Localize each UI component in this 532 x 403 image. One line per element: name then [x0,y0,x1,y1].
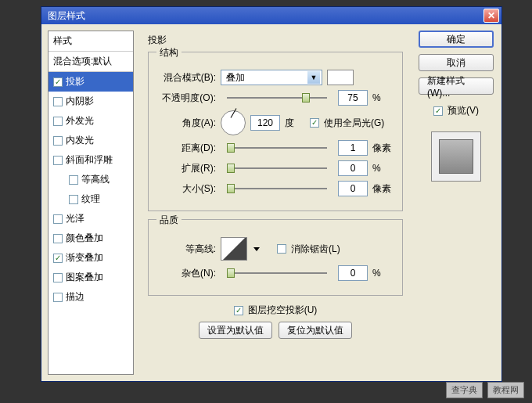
main-panel: 投影 结构 混合模式(B): 叠加 ▼ 不透明度(O): % [140,31,411,375]
quality-title: 品质 [156,214,182,227]
style-item[interactable]: 外发光 [49,111,133,131]
styles-header: 样式 [49,31,133,52]
titlebar[interactable]: 图层样式 ✕ [41,7,501,24]
distance-input[interactable] [338,140,368,156]
effect-title: 投影 [148,34,403,47]
chevron-down-icon: ▼ [307,71,320,84]
dialog-body: 样式 混合选项:默认 投影内阴影外发光内发光斜面和浮雕等高线纹理光泽颜色叠加渐变… [41,24,501,381]
style-label: 纹理 [81,193,100,206]
size-slider[interactable] [227,183,327,194]
style-item[interactable]: 渐变叠加 [49,248,133,268]
style-label: 斜面和浮雕 [66,153,113,167]
style-checkbox[interactable] [53,97,63,106]
style-checkbox[interactable] [53,77,63,87]
reset-default-button[interactable]: 复位为默认值 [279,322,352,339]
contour-picker[interactable] [221,237,247,261]
knockout-label: 图层挖空投影(U) [248,304,318,317]
style-item[interactable]: 内发光 [49,131,133,150]
contour-label: 等高线: [158,243,216,256]
style-item[interactable]: 颜色叠加 [49,228,133,248]
style-item[interactable]: 图案叠加 [49,268,133,287]
style-label: 内阴影 [66,95,94,108]
styles-list: 样式 混合选项:默认 投影内阴影外发光内发光斜面和浮雕等高线纹理光泽颜色叠加渐变… [48,31,134,375]
right-column: 确定 取消 新建样式(W)... 预览(V) [417,31,495,375]
style-label: 等高线 [81,173,110,186]
style-item[interactable]: 描边 [49,287,133,307]
opacity-input[interactable] [338,90,368,106]
style-checkbox[interactable] [53,136,63,146]
spread-label: 扩展(R): [158,162,216,175]
cancel-button[interactable]: 取消 [419,54,494,71]
preview-swatch [439,139,473,174]
size-label: 大小(S): [158,182,216,196]
antialias-label: 消除锯齿(L) [291,243,340,256]
preview-box [431,131,481,182]
knockout-checkbox[interactable] [234,306,243,315]
opacity-label: 不透明度(O): [158,92,216,105]
style-item[interactable]: 等高线 [49,170,133,189]
style-checkbox[interactable] [53,273,63,282]
style-checkbox[interactable] [53,293,63,302]
new-style-button[interactable]: 新建样式(W)... [419,77,494,95]
dialog-title: 图层样式 [48,9,85,23]
distance-slider[interactable] [227,142,327,153]
structure-group: 结构 混合模式(B): 叠加 ▼ 不透明度(O): % 角度(A) [148,52,403,211]
quality-group: 品质 等高线: 消除锯齿(L) 杂色(N): % [148,219,403,296]
close-button[interactable]: ✕ [483,9,499,23]
style-item[interactable]: 投影 [49,72,133,92]
style-label: 投影 [66,75,84,88]
color-swatch[interactable] [327,70,354,85]
style-checkbox[interactable] [53,156,63,165]
style-label: 光泽 [66,212,84,225]
preview-label: 预览(V) [448,104,479,117]
style-label: 外发光 [66,114,94,128]
blend-mode-select[interactable]: 叠加 ▼ [221,70,322,85]
style-checkbox[interactable] [69,195,78,204]
style-label: 颜色叠加 [66,232,103,245]
style-item[interactable]: 内阴影 [49,92,133,111]
watermark: 查字典 教程网 [446,382,524,398]
style-item[interactable]: 光泽 [49,209,133,228]
style-checkbox[interactable] [53,117,63,126]
angle-dial[interactable] [221,110,246,135]
spread-input[interactable] [338,160,368,176]
style-label: 渐变叠加 [66,251,103,264]
structure-title: 结构 [156,46,182,59]
noise-slider[interactable] [227,268,327,279]
preview-checkbox[interactable] [433,106,443,116]
global-light-checkbox[interactable] [310,118,319,128]
style-checkbox[interactable] [69,175,78,185]
set-default-button[interactable]: 设置为默认值 [199,322,272,339]
style-item[interactable]: 斜面和浮雕 [49,150,133,170]
style-checkbox[interactable] [53,254,63,263]
blend-mode-label: 混合模式(B): [158,71,216,85]
distance-label: 距离(D): [158,142,216,155]
style-item[interactable]: 纹理 [49,189,133,209]
size-input[interactable] [338,181,368,196]
angle-input[interactable] [250,115,280,131]
blend-options-item[interactable]: 混合选项:默认 [49,52,133,72]
antialias-checkbox[interactable] [277,244,286,254]
style-checkbox[interactable] [53,214,63,224]
angle-label: 角度(A): [158,117,216,130]
style-label: 描边 [66,290,84,304]
style-label: 图案叠加 [66,271,103,284]
ok-button[interactable]: 确定 [419,31,494,48]
layer-style-dialog: 图层样式 ✕ 样式 混合选项:默认 投影内阴影外发光内发光斜面和浮雕等高线纹理光… [41,6,502,382]
noise-label: 杂色(N): [158,267,216,280]
opacity-slider[interactable] [227,92,327,103]
chevron-down-icon[interactable] [253,247,260,251]
style-label: 内发光 [66,134,94,147]
global-light-label: 使用全局光(G) [324,117,384,130]
spread-slider[interactable] [227,163,327,174]
close-icon: ✕ [487,10,495,21]
style-checkbox[interactable] [53,234,63,243]
noise-input[interactable] [338,265,368,281]
